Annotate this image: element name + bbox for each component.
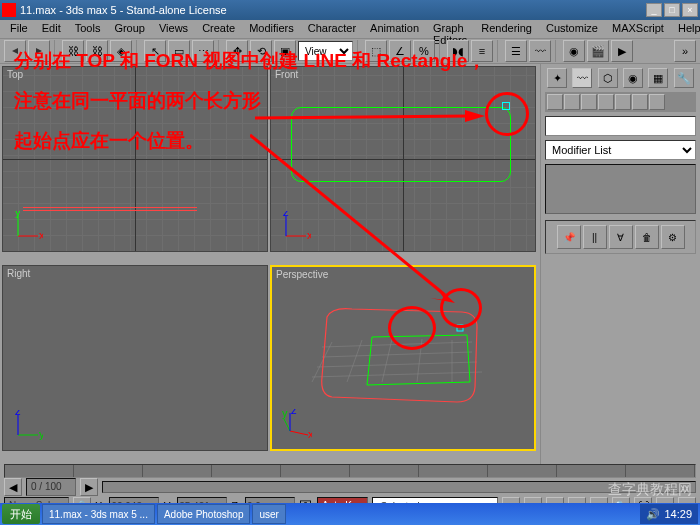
menu-animation[interactable]: Animation <box>364 20 425 38</box>
menu-maxscript[interactable]: MAXScript <box>606 20 670 38</box>
unlink-button[interactable]: ⛓ <box>86 40 108 62</box>
object-name-input[interactable] <box>545 116 696 136</box>
close-button[interactable]: × <box>682 3 698 17</box>
link-button[interactable]: ⛓ <box>62 40 84 62</box>
toolbar-more-button[interactable]: » <box>674 40 696 62</box>
menu-create[interactable]: Create <box>196 20 241 38</box>
svg-text:z: z <box>283 211 289 218</box>
timeline-next-button[interactable]: ▶ <box>80 478 98 496</box>
stack-buttons: 📌 || ∀ 🗑 ⚙ <box>545 220 696 254</box>
snap-button[interactable]: ⬚ <box>365 40 387 62</box>
taskbar-item-photoshop[interactable]: Adobe Photoshop <box>157 504 251 524</box>
bind-button[interactable]: ◈ <box>110 40 132 62</box>
undo-icon <box>8 44 22 58</box>
tab-utilities[interactable]: 🔧 <box>674 68 694 88</box>
main-toolbar: ⛓ ⛓ ◈ ↖ ▭ ⋯ ✥ ⟲ ▣ View ⬚ ∠ % ◗◖ ≡ ☰ 〰 ◉ … <box>0 38 700 64</box>
titlebar: 11.max - 3ds max 5 - Stand-alone License… <box>0 0 700 20</box>
modifier-stack[interactable] <box>545 164 696 214</box>
tab-modify[interactable]: 〰 <box>572 68 592 88</box>
vertex-marker <box>502 102 510 110</box>
select-name-button[interactable]: ⋯ <box>192 40 214 62</box>
make-unique-button[interactable]: ∀ <box>609 225 633 249</box>
material-button[interactable]: ◉ <box>563 40 585 62</box>
svg-line-12 <box>322 342 472 347</box>
svg-text:x: x <box>307 229 311 241</box>
percent-snap-button[interactable]: % <box>413 40 435 62</box>
menu-grapheditors[interactable]: Graph Editors <box>427 20 473 38</box>
maximize-button[interactable]: □ <box>664 3 680 17</box>
mirror-button[interactable]: ◗◖ <box>447 40 469 62</box>
menu-rendering[interactable]: Rendering <box>475 20 538 38</box>
select-button[interactable]: ↖ <box>144 40 166 62</box>
menu-edit[interactable]: Edit <box>36 20 67 38</box>
redo-button[interactable] <box>28 40 50 62</box>
tab-display[interactable]: ▦ <box>648 68 668 88</box>
menu-tools[interactable]: Tools <box>69 20 107 38</box>
subtab-7[interactable] <box>649 94 665 110</box>
taskbar-item-3dsmax[interactable]: 11.max - 3ds max 5 ... <box>42 504 155 524</box>
subtab-6[interactable] <box>632 94 648 110</box>
subtab-5[interactable] <box>615 94 631 110</box>
reference-dropdown[interactable]: View <box>298 41 353 61</box>
tab-hierarchy[interactable]: ⬡ <box>598 68 618 88</box>
axis-gizmo-icon: x z <box>281 211 311 241</box>
svg-line-18 <box>382 339 392 382</box>
timeline-prev-button[interactable]: ◀ <box>4 478 22 496</box>
axis-gizmo-icon: x y <box>13 211 43 241</box>
timeline[interactable] <box>4 464 696 478</box>
quick-render-button[interactable]: ▶ <box>611 40 633 62</box>
svg-line-19 <box>417 339 422 382</box>
align-button[interactable]: ≡ <box>471 40 493 62</box>
show-result-button[interactable]: || <box>583 225 607 249</box>
subtab-4[interactable] <box>598 94 614 110</box>
viewport-right-label: Right <box>7 268 30 279</box>
configure-button[interactable]: ⚙ <box>661 225 685 249</box>
angle-snap-button[interactable]: ∠ <box>389 40 411 62</box>
svg-line-14 <box>317 362 477 367</box>
object-type-tabs <box>545 92 696 112</box>
move-button[interactable]: ✥ <box>226 40 248 62</box>
menu-character[interactable]: Character <box>302 20 362 38</box>
titlebar-text: 11.max - 3ds max 5 - Stand-alone License <box>20 4 227 16</box>
start-button[interactable]: 开始 <box>2 504 40 524</box>
viewport-perspective[interactable]: Perspective <box>270 265 536 451</box>
viewport-front-label: Front <box>275 69 298 80</box>
tab-create[interactable]: ✦ <box>547 68 567 88</box>
svg-line-23 <box>284 419 290 431</box>
undo-button[interactable] <box>4 40 26 62</box>
viewport-front[interactable]: Front x z <box>270 66 536 252</box>
svg-text:z: z <box>291 409 297 416</box>
svg-text:y: y <box>39 428 43 440</box>
main-area: Top x y Front x z <box>0 64 700 464</box>
command-panel: ✦ 〰 ⬡ ◉ ▦ 🔧 Modifier List 📌 || ∀ 🗑 ⚙ <box>540 64 700 464</box>
timeline-scrollbar[interactable] <box>102 481 696 493</box>
rotate-button[interactable]: ⟲ <box>250 40 272 62</box>
select-rect-button[interactable]: ▭ <box>168 40 190 62</box>
menu-help[interactable]: Help <box>672 20 700 38</box>
pin-stack-button[interactable]: 📌 <box>557 225 581 249</box>
menu-customize[interactable]: Customize <box>540 20 604 38</box>
axis-gizmo-icon: y z <box>13 410 43 440</box>
menu-group[interactable]: Group <box>108 20 151 38</box>
viewport-top[interactable]: Top x y <box>2 66 268 252</box>
subtab-2[interactable] <box>564 94 580 110</box>
subtab-3[interactable] <box>581 94 597 110</box>
minimize-button[interactable]: _ <box>646 3 662 17</box>
remove-modifier-button[interactable]: 🗑 <box>635 225 659 249</box>
menu-modifiers[interactable]: Modifiers <box>243 20 300 38</box>
windows-taskbar: 开始 11.max - 3ds max 5 ... Adobe Photosho… <box>0 503 700 525</box>
system-tray[interactable]: 🔊 14:29 <box>640 504 698 524</box>
viewport-right[interactable]: Right y z <box>2 265 268 451</box>
scale-button[interactable]: ▣ <box>274 40 296 62</box>
tray-icon: 🔊 <box>646 508 660 521</box>
layer-button[interactable]: ☰ <box>505 40 527 62</box>
menu-file[interactable]: File <box>4 20 34 38</box>
subtab-1[interactable] <box>547 94 563 110</box>
render-scene-button[interactable]: 🎬 <box>587 40 609 62</box>
menu-views[interactable]: Views <box>153 20 194 38</box>
viewports-container: Top x y Front x z <box>0 64 540 464</box>
taskbar-item-user[interactable]: user <box>252 504 285 524</box>
modifier-list-dropdown[interactable]: Modifier List <box>545 140 696 160</box>
curve-editor-button[interactable]: 〰 <box>529 40 551 62</box>
tab-motion[interactable]: ◉ <box>623 68 643 88</box>
